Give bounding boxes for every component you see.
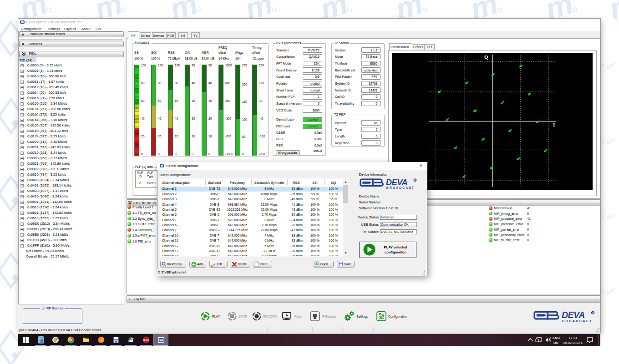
svg-text:DEVA: DEVA (386, 178, 407, 187)
svg-text:AST: AST (604, 137, 617, 146)
svg-text:AST: AST (604, 212, 617, 221)
svg-text:R: R (592, 311, 594, 314)
svg-text:I: I (553, 122, 555, 127)
svg-text:R: R (414, 179, 416, 181)
svg-text:Q: Q (484, 54, 488, 60)
svg-text:AST: AST (604, 287, 617, 296)
svg-text:BROADCAST: BROADCAST (562, 319, 593, 323)
svg-text:RAD: RAD (143, 339, 149, 342)
svg-text:AST: AST (604, 61, 617, 70)
svg-text:BROADCAST: BROADCAST (386, 186, 414, 189)
svg-text:m: m (605, 0, 619, 26)
